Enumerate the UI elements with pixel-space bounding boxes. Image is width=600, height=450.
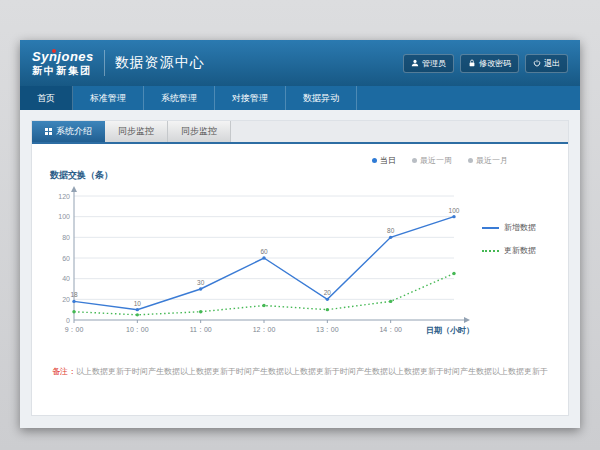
lock-icon: [468, 59, 476, 67]
main-nav: 首页 标准管理 系统管理 对接管理 数据异动: [20, 86, 580, 110]
footnote-label: 备注：: [52, 367, 76, 376]
svg-text:日期（小时）: 日期（小时）: [426, 326, 474, 335]
svg-text:11：00: 11：00: [190, 326, 212, 333]
logo-text-cn: 新中新集团: [32, 65, 94, 77]
svg-text:14：00: 14：00: [379, 326, 402, 333]
svg-text:30: 30: [197, 279, 205, 286]
admin-button[interactable]: 管理员: [403, 54, 454, 73]
svg-text:40: 40: [62, 275, 70, 282]
user-icon: [411, 59, 419, 67]
svg-text:60: 60: [260, 248, 268, 255]
svg-text:20: 20: [324, 289, 332, 296]
change-password-label: 修改密码: [479, 58, 511, 69]
user-actions: 管理员 修改密码 退出: [403, 54, 568, 73]
main-panel: 系统介绍 同步监控 同步监控 当日 最近一周: [31, 120, 569, 416]
nav-item-home[interactable]: 首页: [20, 86, 73, 110]
tab-sync-monitor-1[interactable]: 同步监控: [105, 121, 168, 142]
legend-new-data: 新增数据: [482, 222, 536, 233]
content-area: 系统介绍 同步监控 同步监控 当日 最近一周: [20, 110, 580, 428]
company-logo: Synjones 新中新集团: [32, 50, 94, 76]
app-title: 数据资源中心: [115, 54, 205, 72]
nav-item-docking-management[interactable]: 对接管理: [215, 86, 286, 110]
change-password-button[interactable]: 修改密码: [460, 54, 519, 73]
logo-red-dot-icon: [52, 49, 56, 53]
admin-label: 管理员: [422, 58, 446, 69]
logout-button[interactable]: 退出: [525, 54, 568, 73]
svg-text:60: 60: [62, 255, 70, 262]
chart-row: 0204060801001209：0010：0011：0012：0013：001…: [46, 182, 554, 340]
filter-today[interactable]: 当日: [372, 154, 396, 166]
svg-text:18: 18: [70, 291, 78, 298]
svg-text:120: 120: [58, 193, 70, 200]
header: Synjones 新中新集团 数据资源中心 管理员 修改密码: [20, 40, 580, 86]
radio-dot-icon: [372, 158, 377, 163]
radio-dot-icon: [468, 158, 473, 163]
svg-text:100: 100: [449, 207, 460, 214]
filter-label: 最近一月: [476, 155, 508, 166]
nav-item-standard-management[interactable]: 标准管理: [73, 86, 144, 110]
svg-text:80: 80: [387, 227, 395, 234]
power-icon: [533, 59, 541, 67]
radio-dot-icon: [412, 158, 417, 163]
brand: Synjones 新中新集团 数据资源中心: [32, 50, 205, 76]
svg-text:12：00: 12：00: [253, 326, 276, 333]
brand-divider: [104, 50, 105, 76]
tab-system-intro[interactable]: 系统介绍: [32, 121, 105, 142]
svg-text:100: 100: [58, 213, 70, 220]
filter-last-month[interactable]: 最近一月: [468, 154, 508, 166]
chart-section: 当日 最近一周 最近一月 数据交换（条） 0204060801: [32, 144, 568, 340]
nav-item-data-change[interactable]: 数据异动: [286, 86, 357, 110]
app-window: Synjones 新中新集团 数据资源中心 管理员 修改密码: [20, 40, 580, 428]
footnote-text: 以上数据更新于时间产生数据以上数据更新于时间产生数据以上数据更新于时间产生数据以…: [76, 367, 548, 376]
y-axis-title: 数据交换（条）: [50, 169, 554, 182]
tab-bar: 系统介绍 同步监控 同步监控: [32, 121, 568, 144]
logo-text-en: Synjones: [32, 50, 94, 65]
solid-line-icon: [482, 227, 499, 229]
grid-icon: [45, 128, 52, 135]
logout-label: 退出: [544, 58, 560, 69]
svg-text:80: 80: [62, 234, 70, 241]
exchange-line-chart: 0204060801001209：0010：0011：0012：0013：001…: [46, 182, 476, 340]
nav-item-system-management[interactable]: 系统管理: [144, 86, 215, 110]
series-legend: 新增数据 更新数据: [482, 222, 536, 256]
svg-text:10: 10: [134, 300, 142, 307]
legend-update-data: 更新数据: [482, 245, 536, 256]
tab-label: 系统介绍: [56, 121, 92, 142]
svg-text:13：00: 13：00: [316, 326, 339, 333]
svg-text:0: 0: [66, 317, 70, 324]
svg-text:20: 20: [62, 296, 70, 303]
filter-label: 最近一周: [420, 155, 452, 166]
svg-text:9：00: 9：00: [65, 326, 84, 333]
filter-label: 当日: [380, 155, 396, 166]
dotted-line-icon: [482, 250, 499, 252]
desktop-background: Synjones 新中新集团 数据资源中心 管理员 修改密码: [0, 0, 600, 450]
legend-label: 更新数据: [504, 245, 536, 256]
tab-sync-monitor-2[interactable]: 同步监控: [168, 121, 231, 142]
footnote: 备注：以上数据更新于时间产生数据以上数据更新于时间产生数据以上数据更新于时间产生…: [32, 366, 568, 378]
range-filters: 当日 最近一周 最近一月: [46, 154, 554, 166]
filter-last-week[interactable]: 最近一周: [412, 154, 452, 166]
legend-label: 新增数据: [504, 222, 536, 233]
svg-text:10：00: 10：00: [126, 326, 149, 333]
